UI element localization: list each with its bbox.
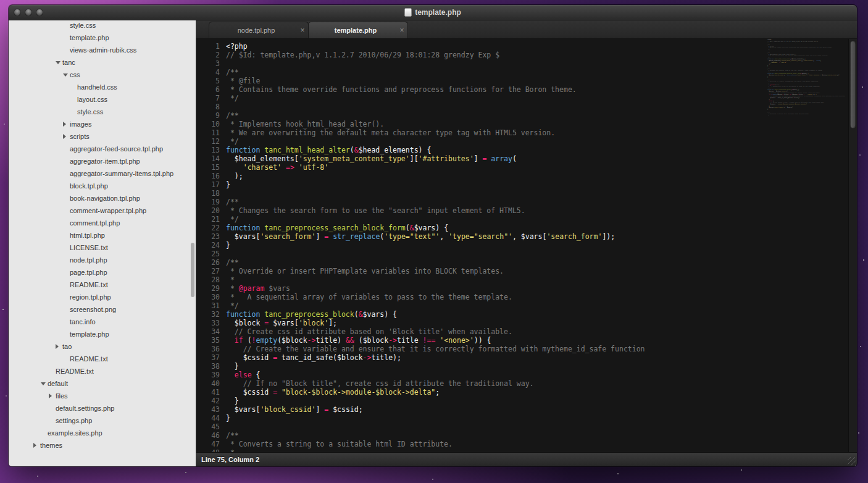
code-line[interactable]: $vars['block_cssid'] = $cssid; (226, 405, 857, 414)
tree-file-node.tpl.php[interactable]: node.tpl.php (9, 253, 196, 266)
tree-file-example.sites.php[interactable]: example.sites.php (9, 426, 196, 439)
code-line[interactable]: else { (226, 371, 857, 379)
code-line[interactable]: * Override or insert PHPTemplate variabl… (226, 267, 857, 275)
chevron-right-icon[interactable] (56, 344, 59, 349)
code-line[interactable]: /** (226, 258, 857, 267)
code-line[interactable] (226, 103, 857, 111)
code-line[interactable]: * A sequential array of variables to pas… (226, 293, 857, 301)
code-line[interactable]: /** (226, 68, 857, 77)
chevron-down-icon[interactable] (63, 74, 68, 77)
window-titlebar[interactable]: template.php (9, 5, 857, 20)
tree-file-tanc.info[interactable]: tanc.info (9, 315, 196, 327)
chevron-right-icon[interactable] (49, 393, 52, 398)
tree-file-aggregator-item.tpl.php[interactable]: aggregator-item.tpl.php (9, 154, 196, 167)
code-line[interactable]: // If no "Block title", create css id at… (226, 379, 857, 388)
code-line[interactable]: function tanc_preprocess_block(&$vars) { (226, 310, 857, 319)
code-line[interactable]: } (226, 414, 857, 422)
tree-folder-scripts[interactable]: scripts (9, 130, 196, 142)
tree-file-views-admin-rubik.css[interactable]: views-admin-rubik.css (9, 43, 196, 56)
code-line[interactable]: } (226, 241, 857, 250)
tree-file-aggregator-summary-items.tpl.php[interactable]: aggregator-summary-items.tpl.php (9, 167, 196, 179)
sidebar-file-tree[interactable]: style.csstemplate.phpviews-admin-rubik.c… (9, 20, 196, 466)
minimize-button[interactable] (25, 9, 32, 16)
code-editor[interactable]: 1234567891011121314151617181920212223242… (196, 39, 857, 452)
code-line[interactable]: /** (226, 111, 857, 120)
tree-folder-themes[interactable]: themes (9, 439, 196, 451)
code-line[interactable]: * Changes the search form to use the "se… (226, 206, 857, 215)
code-line[interactable]: ); (226, 172, 857, 180)
code-line[interactable]: */ (226, 94, 857, 103)
tree-file-region.tpl.php[interactable]: region.tpl.php (9, 290, 196, 303)
tree-file-template.php[interactable]: template.php (9, 31, 196, 43)
code-line[interactable]: // $Id: template.php,v 1.1.2.7 2010/06/2… (226, 51, 857, 59)
tree-file-LICENSE.txt[interactable]: LICENSE.txt (9, 241, 196, 253)
minimap[interactable]: <?php// $Id: template.php,v 1.1.2.7 2010… (767, 39, 848, 452)
code-line[interactable]: * Contains theme override functions and … (226, 85, 857, 94)
code-line[interactable]: /** (226, 431, 857, 440)
code-line[interactable]: * (767, 114, 848, 116)
code-line[interactable]: if (!empty($block->title) && ($block->ti… (226, 336, 857, 345)
code-line[interactable]: } (226, 362, 857, 371)
resize-grip[interactable] (848, 457, 856, 466)
tab-close-icon[interactable]: × (297, 26, 308, 35)
chevron-right-icon[interactable] (63, 122, 66, 127)
chevron-right-icon[interactable] (33, 443, 36, 448)
editor-scrollbar-thumb[interactable] (850, 41, 856, 128)
code-line[interactable]: $vars['search_form'] = str_replace('type… (226, 232, 857, 241)
code-line[interactable]: 'charset' => 'utf-8' (226, 163, 857, 172)
tree-file-comment-wrapper.tpl.php[interactable]: comment-wrapper.tpl.php (9, 204, 196, 216)
code-line[interactable]: $block = $vars['block']; (226, 319, 857, 327)
tree-file-layout.css[interactable]: layout.css (9, 93, 196, 105)
code-line[interactable]: */ (226, 137, 857, 146)
tree-file-page.tpl.php[interactable]: page.tpl.php (9, 266, 196, 278)
sidebar-scrollbar[interactable] (191, 243, 194, 297)
tree-file-html.tpl.php[interactable]: html.tpl.php (9, 229, 196, 241)
code-line[interactable]: function tanc_html_head_alter(&$head_ele… (226, 146, 857, 154)
tree-file-README.txt[interactable]: README.txt (9, 364, 196, 377)
tab-close-icon[interactable]: × (396, 26, 407, 35)
code-area[interactable]: <?php// $Id: template.php,v 1.1.2.7 2010… (223, 39, 857, 452)
tree-folder-css[interactable]: css (9, 68, 196, 80)
close-button[interactable] (14, 9, 21, 16)
tree-file-template.php[interactable]: template.php (9, 327, 196, 340)
tree-file-block.tpl.php[interactable]: block.tpl.php (9, 179, 196, 191)
code-line[interactable]: // Create the variable and ensure that i… (226, 345, 857, 353)
code-line[interactable]: */ (226, 215, 857, 224)
code-line[interactable] (226, 250, 857, 258)
tree-folder-images[interactable]: images (9, 117, 196, 130)
code-line[interactable]: $head_elements['system_meta_content_type… (226, 154, 857, 163)
tree-file-default.settings.php[interactable]: default.settings.php (9, 401, 196, 414)
code-line[interactable]: // Create css id attribute based on 'Blo… (226, 327, 857, 336)
line-numbers-gutter[interactable]: 1234567891011121314151617181920212223242… (196, 39, 223, 452)
code-line[interactable]: /** (226, 198, 857, 206)
code-line[interactable]: * (226, 275, 857, 284)
tree-file-screenshot.png[interactable]: screenshot.png (9, 303, 196, 315)
code-line[interactable]: } (226, 397, 857, 405)
tree-file-settings.php[interactable]: settings.php (9, 414, 196, 426)
code-line[interactable] (226, 189, 857, 198)
code-line[interactable]: function tanc_preprocess_search_block_fo… (226, 224, 857, 232)
tree-file-style.css[interactable]: style.css (9, 20, 196, 31)
tree-folder-default[interactable]: default (9, 377, 196, 389)
code-line[interactable] (226, 59, 857, 68)
code-line[interactable]: } (226, 180, 857, 189)
tab-node.tpl.php[interactable]: node.tpl.php× (209, 22, 309, 38)
tree-file-aggregator-feed-source.tpl.php[interactable]: aggregator-feed-source.tpl.php (9, 142, 196, 154)
tab-template.php[interactable]: template.php× (308, 22, 408, 38)
code-line[interactable]: * Converts a string to a suitable html I… (226, 440, 857, 448)
code-line[interactable]: * @file (226, 77, 857, 85)
tree-file-comment.tpl.php[interactable]: comment.tpl.php (9, 216, 196, 229)
tree-file-handheld.css[interactable]: handheld.css (9, 80, 196, 93)
tree-folder-tao[interactable]: tao (9, 340, 196, 352)
code-line[interactable]: * We are overwriting the default meta ch… (226, 128, 857, 137)
tree-file-book-navigation.tpl.php[interactable]: book-navigation.tpl.php (9, 191, 196, 204)
tree-file-README.txt[interactable]: README.txt (9, 352, 196, 364)
code-line[interactable]: $vars['search_form'] = str_replace('type… (767, 74, 848, 76)
chevron-down-icon[interactable] (41, 382, 46, 385)
tree-file-README.txt[interactable]: README.txt (9, 278, 196, 290)
chevron-right-icon[interactable] (63, 134, 66, 139)
code-line[interactable]: */ (226, 301, 857, 310)
code-line[interactable]: $cssid = tanc_id_safe($block->title); (226, 353, 857, 362)
tree-file-style.css[interactable]: style.css (9, 105, 196, 117)
tree-folder-files[interactable]: files (9, 389, 196, 401)
